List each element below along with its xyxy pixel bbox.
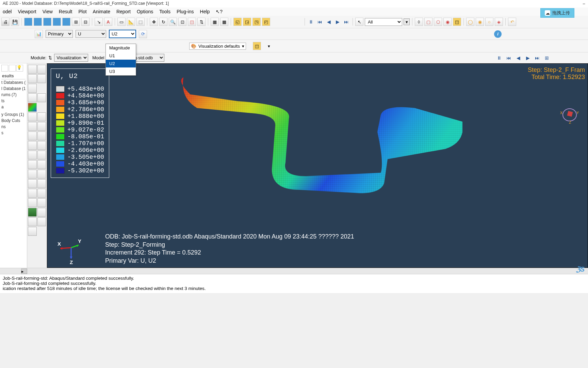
pb-extra-icon[interactable]: ⊞	[543, 54, 551, 62]
save-icon[interactable]: 💾	[11, 18, 19, 26]
tp-8[interactable]	[28, 103, 37, 112]
dd-u1[interactable]: U1	[106, 52, 136, 60]
frame-icon[interactable]: 📐	[127, 18, 135, 26]
tp-25[interactable]	[28, 189, 37, 198]
menu-help[interactable]: Help	[200, 9, 210, 14]
circ3-icon[interactable]: ○	[485, 18, 493, 26]
info-icon[interactable]: i	[494, 30, 502, 38]
zoom-icon[interactable]: 🔍	[169, 18, 177, 26]
persp1-icon[interactable]: ▦	[211, 18, 219, 26]
tp-28[interactable]	[37, 198, 46, 207]
menu-tools[interactable]: Tools	[159, 9, 170, 14]
tree-item-2[interactable]: rums (7)	[1, 92, 26, 98]
dd-u2[interactable]: U2	[106, 60, 136, 67]
tp-1[interactable]	[28, 65, 37, 74]
sel5-icon[interactable]: ◫	[453, 18, 461, 26]
variable-select[interactable]: U	[76, 30, 106, 38]
circ1-icon[interactable]: ◯	[466, 18, 474, 26]
dd-magnitude[interactable]: Magnitude	[106, 44, 136, 52]
tp-21[interactable]	[28, 170, 37, 179]
tree-item-7[interactable]: Body Cuts	[1, 118, 26, 124]
tp-9[interactable]	[28, 112, 37, 121]
sel4-icon[interactable]: ◉	[443, 18, 452, 26]
menu-model[interactable]: odel	[3, 9, 12, 14]
tp-26[interactable]	[37, 189, 46, 198]
pb-next-icon[interactable]: ▶	[524, 54, 532, 62]
tree-item-6[interactable]: y Groups (1)	[1, 111, 26, 118]
tp-31[interactable]	[28, 217, 37, 226]
tp-3[interactable]	[28, 74, 37, 83]
cycle-icon[interactable]: ⇅	[197, 18, 206, 26]
box3-icon[interactable]: ◳	[252, 18, 261, 26]
tp-6[interactable]	[28, 93, 37, 102]
tp-10[interactable]	[37, 112, 46, 121]
tp-17[interactable]	[28, 151, 37, 159]
pointer-icon[interactable]: ↖	[355, 18, 363, 26]
filter-select[interactable]: All	[365, 18, 402, 26]
menu-viewport[interactable]: Viewport	[18, 9, 36, 14]
tp-22[interactable]	[37, 170, 46, 179]
tp-33[interactable]	[28, 227, 37, 236]
tp-12[interactable]	[37, 122, 46, 131]
fit-icon[interactable]: ◫	[188, 18, 196, 26]
tp-27[interactable]	[28, 198, 37, 207]
dd-u3[interactable]: U3	[106, 67, 136, 75]
rotate-icon[interactable]: ↻	[159, 18, 167, 26]
tp-32[interactable]	[37, 217, 46, 226]
tree-item-4[interactable]: a	[1, 104, 26, 110]
filter-dd-icon[interactable]: ▾	[404, 18, 410, 25]
view3-icon[interactable]	[43, 18, 51, 26]
tree-item-1[interactable]: l Database (1	[1, 86, 26, 92]
tree-tab[interactable]: esults	[1, 73, 26, 79]
tp-19[interactable]	[28, 160, 37, 169]
tp-23[interactable]	[28, 179, 37, 188]
tp-7[interactable]	[37, 93, 46, 102]
view4-icon[interactable]	[53, 18, 61, 26]
pb-last-icon[interactable]: ⏭	[534, 54, 541, 62]
persp2-icon[interactable]: ▦	[220, 18, 228, 26]
sel3-icon[interactable]: ⬡	[434, 18, 442, 26]
tree-tb2[interactable]	[9, 65, 16, 72]
refresh-icon[interactable]: ⟳	[139, 30, 147, 38]
pb-first-icon[interactable]: ⏮	[505, 54, 512, 62]
pb-prev-icon[interactable]: ◀	[514, 54, 522, 62]
sel2-icon[interactable]: ▢	[424, 18, 432, 26]
tp-2[interactable]	[37, 65, 46, 74]
tree-tb3[interactable]: 💡	[16, 65, 23, 72]
menu-animate[interactable]: Animate	[93, 9, 110, 14]
h-scrollbar[interactable]: ▸ ℨS	[0, 268, 588, 274]
pause-icon[interactable]: ⏸	[307, 18, 315, 26]
tree-item-8[interactable]: ns	[1, 124, 26, 130]
prev-icon[interactable]: ◀	[325, 18, 332, 26]
next-icon[interactable]: ▶	[334, 18, 341, 26]
view7-icon[interactable]: ⊟	[81, 18, 89, 26]
menu-options[interactable]: Options	[137, 9, 153, 14]
tree-tb1[interactable]	[1, 65, 8, 72]
first-icon[interactable]: ⏮	[316, 18, 324, 26]
tp-15[interactable]	[28, 141, 37, 150]
frame2-icon[interactable]: ⬚	[136, 18, 145, 26]
primary-select[interactable]: Primary	[46, 30, 73, 38]
menu-report[interactable]: Report	[116, 9, 131, 14]
menu-view[interactable]: View	[43, 9, 53, 14]
view-triad-icon[interactable]: X Y Z	[559, 105, 579, 125]
tp-16[interactable]	[37, 141, 46, 150]
view6-icon[interactable]: ⊞	[72, 18, 80, 26]
view5-icon[interactable]	[62, 18, 70, 26]
viz-box-icon[interactable]: ◫	[253, 42, 261, 50]
menu-plugins[interactable]: Plug-ins	[177, 9, 194, 14]
module-select[interactable]: Visualization	[54, 54, 88, 62]
minimize-btn[interactable]: −	[583, 1, 585, 6]
undo-icon[interactable]: ↶	[508, 18, 516, 26]
viz-defaults-btn[interactable]: 🎨 Visualization defaults ▾	[189, 43, 246, 50]
pb-pause-icon[interactable]: ⏸	[495, 54, 503, 62]
tp-4[interactable]	[37, 74, 46, 83]
tp-18[interactable]	[37, 151, 46, 159]
box2-icon[interactable]: ◲	[243, 18, 251, 26]
select-icon[interactable]: ▭	[117, 18, 126, 26]
tp-30[interactable]	[37, 208, 46, 217]
dd2-icon[interactable]: ▾	[268, 44, 270, 49]
field-icon[interactable]: 📊	[35, 30, 43, 38]
sel1-icon[interactable]: ◊	[415, 18, 423, 26]
viewport[interactable]: U, U2 +5.483e+00+4.584e+00+3.685e+00+2.7…	[47, 63, 588, 268]
